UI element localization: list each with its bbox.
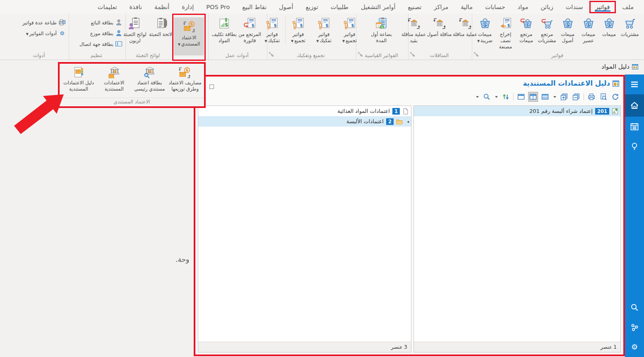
sidebar-item-lightbulb[interactable] [625, 137, 644, 156]
doc-scissors-icon: $ [266, 17, 279, 30]
list-row[interactable]: 201إعتماد شراء ألبسة رقم 201 [414, 106, 620, 116]
svg-text:$: $ [351, 23, 354, 28]
dialog-launcher-icon[interactable] [474, 50, 478, 58]
ribbon-button[interactable]: بطاقة موزع [90, 29, 122, 37]
bank-envelope-icon [108, 66, 120, 79]
ribbon-button[interactable]: $مبيعات [599, 16, 620, 38]
ribbon-button[interactable]: طباعة عدة فواتير [22, 19, 65, 26]
basket-dollar-icon: $ [603, 17, 616, 30]
sort-button[interactable] [501, 92, 510, 101]
ribbon-group-transfers: عملية مناقلةمناقلة أصولعملية مناقلة بقيد… [408, 14, 470, 60]
ribbon-button[interactable]: $فواتير تجميع▼ [285, 16, 311, 44]
menu-tab[interactable]: حسابات [479, 1, 511, 13]
dropdown-menu-item[interactable]: بطاقة اعتماد مستندي رئيسي [132, 65, 168, 92]
sidebar-item-share[interactable] [625, 317, 644, 337]
sidebar-item-home[interactable] [625, 94, 644, 117]
contact-card-icon [115, 41, 122, 47]
menu-tab[interactable]: تعليمات [91, 1, 123, 13]
ribbon-button[interactable]: بطاقة البائع [91, 19, 122, 26]
chevron-down-icon: ▼ [26, 32, 29, 36]
dropdown-menu-item[interactable]: $مصاريف الاعتماد وطرق توزيعها [167, 65, 203, 92]
tree-expander-icon[interactable]: ◂ [405, 120, 409, 124]
menu-tab[interactable]: نقاط البيع [236, 1, 273, 13]
svg-text:$: $ [483, 22, 486, 27]
refresh-button[interactable] [611, 92, 620, 101]
doc-scissors-icon: $ [317, 17, 331, 30]
dropdown-menu-item[interactable]: الاعتمادات المستندية [96, 65, 132, 92]
warehouse-icon [407, 17, 421, 30]
menu-tab[interactable]: نافذة [123, 1, 149, 13]
ribbon-button[interactable]: $فواتير تفكيك▼ [311, 16, 337, 44]
menu-tab[interactable]: طلبيات [324, 1, 355, 13]
ribbon-button[interactable]: $مبيعات أصول [557, 16, 578, 44]
ribbon-button[interactable]: مناقلة أصول [427, 16, 452, 38]
ribbon-button[interactable]: عملية مناقلة [452, 16, 478, 38]
envelope-dollar-icon: $ [179, 66, 191, 79]
ribbon-button[interactable]: لوائح التعبئة لزبون [122, 16, 148, 44]
book-envelope-icon [72, 66, 85, 79]
ribbon-button[interactable]: $الاعتماد المستندي▼ [174, 17, 204, 55]
sidebar-item-hamburger[interactable] [625, 74, 644, 94]
collapse-all-button[interactable] [572, 92, 581, 101]
dialog-launcher-icon[interactable] [358, 50, 363, 58]
view-columns-button[interactable] [529, 92, 538, 101]
ribbon-button[interactable]: $إخراج نصف مصنعة [495, 16, 516, 50]
menu-tab[interactable]: أوامر التشغيل [355, 1, 402, 13]
ribbon-button[interactable]: ⚙أدوات الفواتير▼ [26, 29, 65, 37]
expand-all-button[interactable] [560, 92, 569, 101]
menu-tab[interactable]: ملف [616, 1, 640, 13]
ribbon-group-standard-invoices: 1بضاعة أول المدةالفواتير القياسية [356, 14, 406, 60]
menu-tab[interactable]: إدارة [175, 1, 200, 13]
window-icon [632, 64, 638, 70]
dropdown-button[interactable] [494, 92, 498, 101]
panel-checkbox[interactable] [209, 84, 214, 89]
ribbon-button[interactable]: بطاقة جهة اتصال [79, 40, 122, 48]
row-label: إعتماد شراء ألبسة رقم 201 [529, 108, 593, 114]
menu-tab[interactable]: تصنيع [401, 1, 428, 13]
group-label: أدوات [11, 53, 67, 58]
doc-return-icon: $ [243, 17, 257, 30]
menu-tab[interactable]: مراكز [428, 1, 455, 13]
print-preview-button[interactable] [599, 92, 608, 101]
ribbon-button[interactable]: $مرتجع مبيعات [516, 16, 537, 44]
menu-tab[interactable]: زبائن [534, 1, 560, 13]
dialog-launcher-icon[interactable] [269, 50, 274, 58]
gear-icon: ⚙ [59, 30, 65, 36]
dropdown-button[interactable] [475, 92, 479, 101]
menu-tab[interactable]: توزيع [299, 1, 324, 13]
svg-text:$: $ [526, 23, 529, 27]
ribbon-button[interactable]: 1بضاعة أول المدة [369, 16, 394, 44]
search-button[interactable] [482, 92, 491, 101]
ribbon-button[interactable]: مشتريات [620, 16, 640, 38]
ribbon-button[interactable]: $المرتجع من فاتورة [237, 16, 263, 44]
menu-tab[interactable]: مالية [454, 1, 479, 13]
ribbon-button[interactable]: $بطاقة تكليف المواد [211, 16, 237, 44]
chevron-down-icon: ▼ [291, 39, 293, 43]
window-tab-materials-guide[interactable]: دليل المواد [601, 63, 638, 70]
menu-tab[interactable]: أنظمة [148, 1, 175, 13]
view-single-button[interactable] [517, 92, 526, 101]
ribbon-button-label: الاعتماد المستندي▼ [176, 35, 202, 47]
menu-tab[interactable]: سندات [560, 1, 589, 13]
menu-tab[interactable]: POS Pro [200, 1, 236, 13]
ribbon-button[interactable]: لائحة التعبئة [148, 16, 173, 38]
dialog-launcher-icon[interactable] [410, 50, 415, 58]
menu-tab[interactable]: أصول [273, 1, 299, 13]
print-button[interactable] [587, 92, 596, 101]
view-list-button[interactable] [541, 92, 550, 101]
ribbon-button[interactable]: $فواتير تجميع▼ [337, 16, 363, 44]
menu-tab[interactable]: فواتير [589, 1, 616, 13]
dropdown-item-label: الاعتمادات المستندية [97, 80, 132, 92]
chevron-down-icon: ▼ [477, 39, 480, 43]
sidebar-item-search[interactable] [625, 297, 644, 317]
tree-row[interactable]: ◂2اعتمادات الألبسة [198, 116, 411, 127]
panel-toolbar [475, 92, 620, 101]
ribbon-button[interactable]: مرتجع مشتريات [537, 16, 557, 44]
sidebar-item-calendar[interactable] [625, 117, 644, 137]
ribbon-button[interactable]: $مبيعات عصير [578, 16, 599, 44]
tree-row[interactable]: 1اعتمادات المواد الغذائية [198, 106, 411, 116]
toolbar-separator [513, 93, 514, 101]
menu-tab[interactable]: مواد [511, 1, 534, 13]
sidebar-item-settings[interactable]: ⚙ [625, 337, 644, 357]
dropdown-button[interactable] [553, 92, 557, 101]
